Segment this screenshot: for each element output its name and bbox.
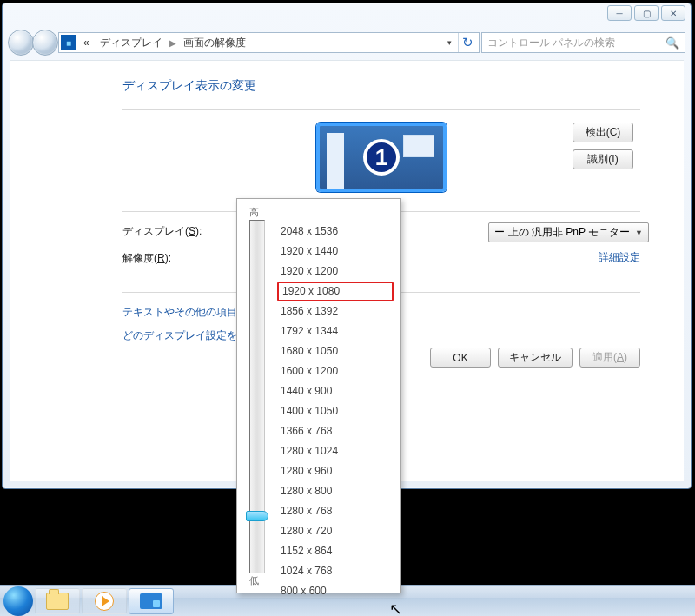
resolution-option[interactable]: 1600 x 1200 <box>277 361 394 381</box>
chevron-down-icon: ▼ <box>635 229 643 237</box>
chevron-right-icon: ▶ <box>169 38 176 48</box>
resolution-option[interactable]: 1792 x 1344 <box>277 321 394 341</box>
resolution-option[interactable]: 1856 x 1392 <box>277 301 394 321</box>
taskbar-display-settings[interactable] <box>129 588 174 614</box>
resolution-option[interactable]: 1920 x 1080 <box>277 282 394 301</box>
resolution-option[interactable]: 1280 x 960 <box>277 461 394 481</box>
resolution-option[interactable]: 1280 x 768 <box>277 501 394 521</box>
resolution-option[interactable]: 1280 x 1024 <box>277 441 394 461</box>
forward-button[interactable] <box>32 30 58 56</box>
resolution-option[interactable]: 1400 x 1050 <box>277 401 394 421</box>
resolution-option[interactable]: 1280 x 800 <box>277 481 394 501</box>
resolution-option[interactable]: 1680 x 1050 <box>277 341 394 361</box>
resolution-option[interactable]: 1024 x 768 <box>277 561 394 581</box>
back-button[interactable] <box>8 30 34 56</box>
display-dropdown[interactable]: ー 上の 汎用非 PnP モニター ▼ <box>488 222 649 242</box>
slider-thumb[interactable] <box>246 511 268 521</box>
resolution-option[interactable]: 1280 x 720 <box>277 521 394 541</box>
cancel-button[interactable]: キャンセル <box>498 348 573 368</box>
search-placeholder: コントロール パネルの検索 <box>487 36 615 50</box>
breadcrumb-item-2[interactable]: 画面の解像度 <box>180 36 249 50</box>
resolution-option[interactable]: 1920 x 1200 <box>277 262 394 282</box>
monitor-number: 1 <box>363 139 400 176</box>
breadcrumb-back[interactable]: « <box>80 36 93 49</box>
maximize-button[interactable]: ▢ <box>634 5 659 21</box>
apply-button[interactable]: 適用(A) <box>579 348 640 368</box>
search-input[interactable]: コントロール パネルの検索 🔍 <box>481 32 685 53</box>
close-button[interactable]: ✕ <box>661 5 685 21</box>
breadcrumb-item-1[interactable]: ディスプレイ <box>96 36 166 50</box>
taskbar-media-player[interactable] <box>82 588 127 614</box>
start-button[interactable] <box>3 586 33 616</box>
display-settings-icon <box>140 593 162 609</box>
resolution-option[interactable]: 1366 x 768 <box>277 421 394 441</box>
search-icon: 🔍 <box>665 36 679 50</box>
resolution-label: 解像度(R): <box>122 251 235 266</box>
cursor-icon: ↖ <box>389 599 402 616</box>
resolution-option[interactable]: 2048 x 1536 <box>277 222 394 242</box>
window-controls: ─ ▢ ✕ <box>607 5 685 21</box>
display-label: ディスプレイ(S): <box>122 224 235 239</box>
slider-high-label: 高 <box>249 206 259 219</box>
nav-row: ■ « ディスプレイ ▶ 画面の解像度 ▾ ↻ コントロール パネルの検索 🔍 <box>8 30 685 56</box>
monitor-preview-row: 1 検出(C) 識別(I) <box>122 109 640 212</box>
page-title: ディスプレイ表示の変更 <box>122 78 640 94</box>
nav-back-forward <box>8 30 56 56</box>
resolution-list: 2048 x 15361920 x 14401920 x 12001920 x … <box>277 222 394 601</box>
folder-icon <box>46 593 69 610</box>
breadcrumb-bar[interactable]: ■ « ディスプレイ ▶ 画面の解像度 ▾ ↻ <box>58 32 480 53</box>
resolution-option[interactable]: 800 x 600 <box>277 581 394 601</box>
resolution-option[interactable]: 1152 x 864 <box>277 541 394 561</box>
resolution-slider[interactable] <box>249 220 265 573</box>
advanced-settings-link[interactable]: 詳細設定 <box>599 250 640 265</box>
resolution-option[interactable]: 1440 x 900 <box>277 381 394 401</box>
taskbar-explorer[interactable] <box>35 588 80 614</box>
address-dropdown[interactable]: ▾ <box>442 33 456 52</box>
slider-low-label: 低 <box>249 574 259 587</box>
resolution-dropdown-popup: 高 2048 x 15361920 x 14401920 x 12001920 … <box>236 198 401 593</box>
ok-button[interactable]: OK <box>430 348 491 368</box>
monitor-preview[interactable]: 1 <box>316 123 447 192</box>
minimize-button[interactable]: ─ <box>607 5 632 21</box>
display-icon: ■ <box>61 35 76 50</box>
identify-button[interactable]: 識別(I) <box>573 149 633 169</box>
refresh-button[interactable]: ↻ <box>458 33 477 52</box>
resolution-option[interactable]: 1920 x 1440 <box>277 242 394 262</box>
detect-button[interactable]: 検出(C) <box>573 123 633 142</box>
media-player-icon <box>95 592 114 611</box>
